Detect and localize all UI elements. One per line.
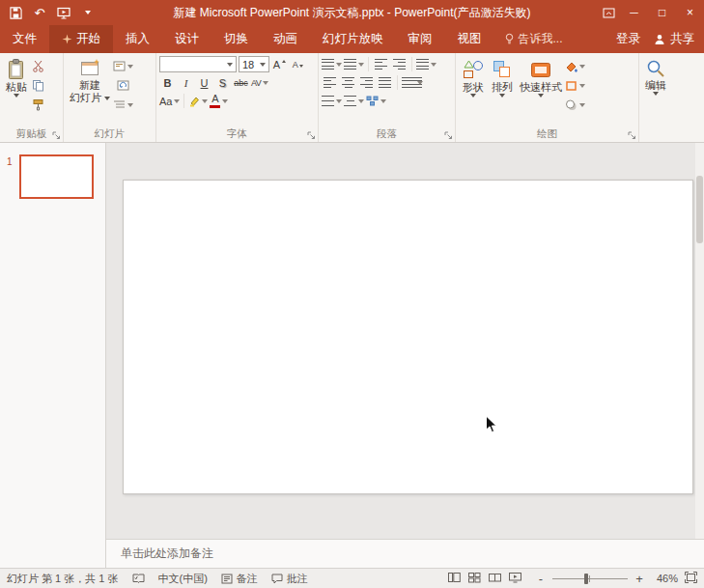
ribbon: 粘贴 剪贴板 新建 (0, 53, 704, 143)
drawing-dialog-launcher-icon[interactable] (627, 130, 636, 140)
vertical-scrollbar[interactable] (695, 143, 704, 539)
title-bar: ↶ 新建 Microsoft PowerPoint 演示文稿.pptx - Po… (0, 0, 704, 25)
slides-panel: 1 (0, 143, 106, 568)
new-slide-button[interactable]: 新建 幻灯片 (67, 56, 113, 106)
text-shadow-icon[interactable]: S (214, 74, 231, 91)
undo-icon[interactable]: ↶ (32, 4, 47, 21)
customize-qat-icon[interactable] (80, 4, 96, 21)
tab-design[interactable]: 设计 (162, 25, 211, 53)
slideshow-view-icon[interactable] (509, 572, 521, 585)
minimize-button[interactable]: ─ (620, 0, 648, 25)
close-button[interactable]: × (676, 0, 704, 25)
zoom-level-label[interactable]: 46% (651, 573, 678, 584)
zoom-out-button[interactable]: - (536, 572, 546, 586)
change-case-icon[interactable]: Aa (159, 93, 180, 109)
shape-outline-icon[interactable] (565, 77, 585, 94)
maximize-button[interactable]: □ (648, 0, 676, 25)
bullets-icon[interactable] (322, 56, 342, 72)
editing-button[interactable]: 编辑 (642, 56, 669, 98)
status-bar-right: - + 46% (448, 572, 704, 586)
slide-sorter-view-icon[interactable] (468, 572, 481, 585)
arrange-label: 排列 (492, 81, 513, 94)
start-slideshow-icon[interactable] (56, 4, 71, 21)
proofing-icon[interactable] (126, 569, 152, 588)
quick-styles-button[interactable]: 快速样式 (517, 56, 565, 99)
justify-icon[interactable] (377, 74, 393, 91)
tab-review[interactable]: 审阅 (396, 25, 445, 53)
character-spacing-icon[interactable]: AV (251, 74, 268, 91)
language-button[interactable]: 中文(中国) (152, 569, 214, 588)
notes-pane[interactable]: 单击此处添加备注 (106, 539, 704, 568)
shrink-font-icon[interactable]: A (290, 56, 306, 72)
align-right-icon[interactable] (358, 74, 375, 91)
align-text-icon[interactable] (344, 93, 364, 109)
font-size-select[interactable]: 18 (239, 56, 269, 72)
tab-transitions[interactable]: 切换 (211, 25, 261, 53)
numbering-icon[interactable] (344, 56, 364, 72)
comments-button[interactable]: 批注 (265, 569, 315, 588)
notes-button[interactable]: 备注 (214, 569, 265, 588)
convert-smartart-icon[interactable] (366, 93, 386, 109)
underline-icon[interactable]: U (196, 74, 212, 91)
arrange-button[interactable]: 排列 (488, 56, 517, 99)
columns-icon[interactable] (402, 74, 423, 91)
zoom-slider[interactable] (552, 578, 628, 579)
highlight-color-icon[interactable] (188, 93, 208, 109)
paste-button[interactable]: 粘贴 (3, 56, 30, 99)
group-font: 18 A A B I U S abc AV Aa (156, 53, 319, 142)
save-icon[interactable] (8, 4, 23, 21)
shape-fill-icon[interactable] (565, 58, 585, 74)
strikethrough-icon[interactable]: abc (233, 74, 249, 91)
text-direction-icon[interactable] (322, 93, 342, 109)
italic-icon[interactable]: I (178, 74, 194, 91)
group-paragraph: 段落 (319, 53, 456, 142)
tab-slideshow[interactable]: 幻灯片放映 (310, 25, 396, 53)
zoom-in-button[interactable]: + (634, 572, 644, 586)
slide[interactable] (123, 180, 693, 494)
sign-in-button[interactable]: 登录 (616, 31, 640, 47)
align-center-icon[interactable] (340, 74, 356, 91)
paragraph-dialog-launcher-icon[interactable] (443, 130, 453, 140)
shape-effects-icon[interactable] (565, 97, 585, 113)
reading-view-icon[interactable] (489, 572, 501, 585)
tab-home[interactable]: 开始 (49, 25, 113, 53)
slide-editor-canvas[interactable] (107, 143, 704, 539)
mouse-cursor (485, 415, 498, 434)
new-slide-label-line2: 幻灯片 (70, 92, 101, 104)
grow-font-icon[interactable]: A (271, 56, 288, 72)
align-left-icon[interactable] (322, 74, 338, 91)
sparkle-icon (62, 34, 72, 44)
cut-icon[interactable] (30, 58, 46, 74)
increase-indent-icon[interactable] (391, 56, 408, 72)
quick-styles-label: 快速样式 (520, 81, 562, 94)
font-dialog-launcher-icon[interactable] (306, 130, 316, 140)
font-name-select[interactable] (159, 56, 237, 72)
bold-icon[interactable]: B (159, 74, 176, 91)
line-spacing-icon[interactable] (416, 56, 436, 72)
notes-icon (221, 574, 233, 584)
decrease-indent-icon[interactable] (373, 56, 389, 72)
clipboard-dialog-launcher-icon[interactable] (51, 130, 61, 140)
tab-view[interactable]: 视图 (445, 25, 494, 53)
slide-thumbnail[interactable] (19, 154, 94, 199)
tab-insert[interactable]: 插入 (113, 25, 162, 53)
notes-placeholder[interactable]: 单击此处添加备注 (106, 546, 213, 562)
copy-icon[interactable] (30, 77, 46, 94)
layout-icon[interactable] (113, 58, 133, 74)
reset-icon[interactable] (113, 77, 133, 94)
slides-small-buttons (113, 56, 133, 113)
share-button[interactable]: 共享 (654, 31, 694, 47)
tab-animations[interactable]: 动画 (261, 25, 310, 53)
normal-view-icon[interactable] (448, 572, 461, 585)
tab-file[interactable]: 文件 (0, 25, 49, 53)
tell-me-button[interactable]: 告诉我... (494, 25, 573, 53)
format-painter-icon[interactable] (30, 97, 46, 113)
editing-label: 编辑 (645, 79, 666, 92)
comments-button-label: 批注 (287, 572, 308, 586)
shapes-button[interactable]: 形状 (459, 56, 488, 99)
scrollbar-thumb[interactable] (696, 176, 703, 243)
fit-to-window-icon[interactable] (685, 572, 697, 585)
zoom-slider-thumb[interactable] (584, 574, 588, 584)
section-icon[interactable] (113, 97, 133, 113)
font-color-icon[interactable]: A (210, 93, 228, 109)
